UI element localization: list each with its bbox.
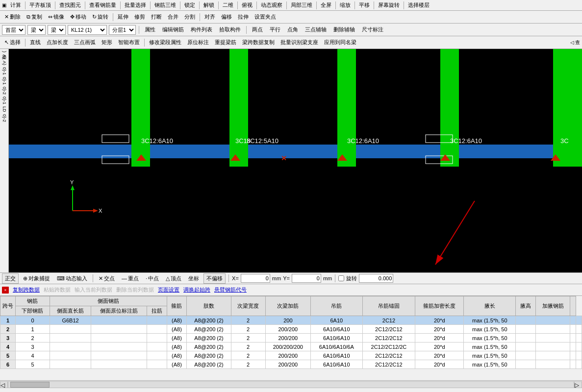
table-cell[interactable]: 200/200 xyxy=(265,351,311,360)
table-cell[interactable]: 2C12/2C12 xyxy=(362,325,415,334)
table-cell[interactable]: A8@200 (2) xyxy=(187,325,231,334)
table-cell[interactable] xyxy=(576,351,582,360)
span-copy-tool[interactable]: 梁跨数据复制 xyxy=(240,38,277,47)
table-cell[interactable]: 2 xyxy=(231,351,265,360)
three-arc-tool[interactable]: 三点画弧 xyxy=(72,38,98,47)
dimension-button[interactable]: 尺寸标注 xyxy=(359,25,386,34)
rect-tool[interactable]: 矩形 xyxy=(99,38,115,47)
table-cell[interactable] xyxy=(536,316,570,325)
table-cell[interactable] xyxy=(50,325,91,334)
in-situ-label-tool[interactable]: 原位标注 xyxy=(185,38,211,47)
table-cell[interactable]: 200/200/200 xyxy=(265,343,311,351)
coord-btn[interactable]: 坐标 xyxy=(186,274,202,283)
table-cell[interactable] xyxy=(570,343,576,351)
x-input[interactable] xyxy=(241,274,270,283)
table-cell[interactable]: 6 xyxy=(0,360,16,369)
menu-pan[interactable]: 平移 xyxy=(357,0,372,10)
canvas-area[interactable]: 3C12:6A10 3C16 3C12:5A10 3C12:6A10 3C12:… xyxy=(9,49,582,279)
scroll-right-btn[interactable]: ▷ xyxy=(574,381,582,388)
table-cell[interactable]: 2 xyxy=(231,343,265,351)
table-cell[interactable]: 20*d xyxy=(415,343,464,351)
table-cell[interactable]: (A8) xyxy=(167,334,187,343)
break-button[interactable]: 打断 xyxy=(149,12,164,22)
table-cell[interactable] xyxy=(516,343,536,351)
sidebar-item-05[interactable]: 0)-2 xyxy=(2,114,7,122)
sidebar-item-02[interactable]: 0)-1 xyxy=(2,77,7,85)
copy-button[interactable]: ⧉复制 xyxy=(24,12,45,22)
snap-btn[interactable]: ⊕对象捕捉 xyxy=(21,274,52,283)
table-cell[interactable] xyxy=(147,334,167,343)
table-cell[interactable]: 2C12/2C12 xyxy=(362,334,415,343)
table-cell[interactable]: 6A10/6A10 xyxy=(311,360,362,369)
mirror-button[interactable]: ⇔镜像 xyxy=(46,12,67,22)
merge-button[interactable]: 合并 xyxy=(165,12,181,22)
move-button[interactable]: ✥移动 xyxy=(68,12,89,22)
table-cell[interactable] xyxy=(570,316,576,325)
stretch-button[interactable]: 拉伸 xyxy=(235,12,251,22)
table-cell[interactable] xyxy=(536,343,570,351)
table-cell[interactable] xyxy=(536,360,570,369)
table-cell[interactable]: 2 xyxy=(16,334,50,343)
menu-lock[interactable]: 锁定 xyxy=(182,0,197,10)
table-cell[interactable] xyxy=(50,360,91,369)
intersection-btn[interactable]: ✕交点 xyxy=(96,274,117,283)
pick-component-button[interactable]: 拾取构件 xyxy=(217,25,243,34)
horizontal-scroll[interactable]: ◁ ▷ xyxy=(0,380,582,388)
table-cell[interactable]: 200/200 xyxy=(265,334,311,343)
delete-axis-button[interactable]: 删除辅轴 xyxy=(331,25,357,34)
table-cell[interactable] xyxy=(576,325,582,334)
sidebar-item-ld[interactable]: LD xyxy=(2,106,7,112)
table-cell[interactable]: 2C12/2C12/2C xyxy=(362,343,415,351)
three-point-axis-button[interactable]: 三点辅轴 xyxy=(303,25,329,34)
table-cell[interactable]: max (1.5*h, 50 xyxy=(464,325,516,334)
orthogonal-btn[interactable]: 正交 xyxy=(2,273,19,284)
props-button[interactable]: 属性 xyxy=(142,25,158,34)
table-row[interactable]: 32(A8)A8@200 (2)2200/2006A10/6A102C12/2C… xyxy=(0,334,582,343)
table-cell[interactable] xyxy=(516,325,536,334)
key-point-btn[interactable]: —重点 xyxy=(119,274,141,283)
sidebar-item-04[interactable]: 0)-1 xyxy=(2,97,7,104)
table-cell[interactable]: 6A10/6A10 xyxy=(311,334,362,343)
table-cell[interactable] xyxy=(576,334,582,343)
table-cell[interactable]: (A8) xyxy=(167,316,187,325)
floor-select[interactable]: 首层 xyxy=(2,25,25,35)
scroll-left-btn[interactable]: ◁ xyxy=(0,381,8,388)
midpoint-btn[interactable]: ·中点 xyxy=(143,274,161,283)
table-cell[interactable] xyxy=(516,351,536,360)
table-cell[interactable]: A8@200 (2) xyxy=(187,334,231,343)
menu-topview[interactable]: 俯视 xyxy=(240,0,254,10)
edit-rebar-button[interactable]: 编辑钢筋 xyxy=(160,25,186,34)
table-cell[interactable] xyxy=(516,360,536,369)
table-cell[interactable] xyxy=(91,351,147,360)
table-cell[interactable]: 3 xyxy=(0,334,16,343)
rotate-input[interactable] xyxy=(359,274,393,283)
table-cell[interactable]: (A8) xyxy=(167,325,187,334)
table-cell[interactable]: 5 xyxy=(16,360,50,369)
menu-screen-rotate[interactable]: 屏幕旋转 xyxy=(376,0,402,10)
y-input[interactable] xyxy=(292,274,321,283)
table-cell[interactable]: (A8) xyxy=(167,360,187,369)
table-cell[interactable]: 5 xyxy=(0,351,16,360)
paste-span-btn[interactable]: 粘贴跨数据 xyxy=(44,286,71,294)
table-cell[interactable]: (A8) xyxy=(167,351,187,360)
type-select[interactable]: 梁 xyxy=(27,25,46,35)
table-cell[interactable]: max (1.5*h, 50 xyxy=(464,351,516,360)
set-grip-button[interactable]: 设置夹点 xyxy=(252,12,278,22)
split-button[interactable]: 分割 xyxy=(182,12,198,22)
table-cell[interactable] xyxy=(536,351,570,360)
align-button[interactable]: 对齐 xyxy=(202,12,218,22)
table-cell[interactable] xyxy=(91,325,147,334)
table-cell[interactable]: 20*d xyxy=(415,351,464,360)
table-cell[interactable] xyxy=(147,343,167,351)
modify-segment-tool[interactable]: 修改梁段属性 xyxy=(147,38,184,47)
table-cell[interactable] xyxy=(147,351,167,360)
sidebar-item-beam[interactable]: 梁) xyxy=(1,51,7,52)
table-cell[interactable] xyxy=(50,343,91,351)
apply-same-name-tool[interactable]: 应用到同名梁 xyxy=(322,38,359,47)
table-cell[interactable]: 6A10/6A10 xyxy=(311,325,362,334)
table-cell[interactable]: max (1.5*h, 50 xyxy=(464,360,516,369)
select-tool[interactable]: ↖选择 xyxy=(2,38,23,47)
table-cell[interactable]: 2C12 xyxy=(362,316,415,325)
table-cell[interactable] xyxy=(91,343,147,351)
table-cell[interactable] xyxy=(536,325,570,334)
